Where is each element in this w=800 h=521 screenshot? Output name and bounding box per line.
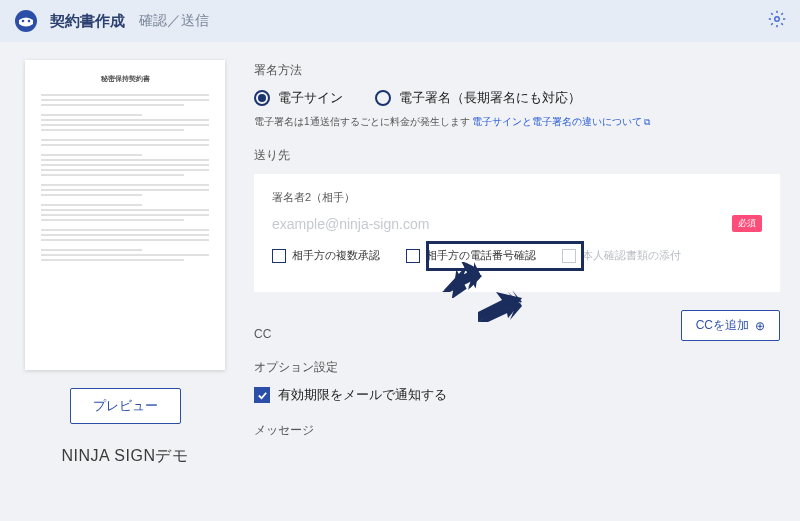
- radio-icon: [254, 90, 270, 106]
- radio-esign-label: 電子サイン: [278, 89, 343, 107]
- header-title: 契約書作成: [50, 12, 125, 31]
- arrow-pointer-icon: [442, 262, 482, 302]
- checkbox-multi-approve[interactable]: 相手方の複数承認: [272, 248, 380, 263]
- checkbox-icon: [272, 249, 286, 263]
- checkbox-id-attach-label: 本人確認書類の添付: [582, 248, 681, 263]
- email-field[interactable]: example@ninja-sign.com: [272, 216, 429, 232]
- recipient-box: 署名者2（相手） example@ninja-sign.com 必須 相手方の複…: [254, 174, 780, 292]
- brand-text: NINJA SIGNデモ: [62, 446, 189, 467]
- add-cc-button[interactable]: CCを追加 ⊕: [681, 310, 780, 341]
- checkbox-phone-verify[interactable]: 相手方の電話番号確認: [406, 248, 536, 263]
- option-notify-label: 有効期限をメールで通知する: [278, 386, 447, 404]
- svg-point-2: [28, 20, 31, 23]
- svg-point-3: [775, 17, 780, 22]
- cc-label: CC: [254, 327, 271, 341]
- document-thumbnail: 秘密保持契約書: [25, 60, 225, 370]
- help-link[interactable]: 電子サインと電子署名の違いについて: [472, 116, 642, 127]
- app-header: 契約書作成 確認／送信: [0, 0, 800, 42]
- arrow-icon: [442, 264, 480, 298]
- help-text: 電子署名は1通送信するごとに料金が発生します 電子サインと電子署名の違いについて…: [254, 115, 780, 129]
- checkbox-phone-verify-label: 相手方の電話番号確認: [426, 248, 536, 263]
- external-link-icon: ⧉: [644, 117, 650, 127]
- header-subtitle: 確認／送信: [139, 12, 209, 30]
- svg-marker-5: [442, 262, 480, 292]
- checkbox-multi-approve-label: 相手方の複数承認: [292, 248, 380, 263]
- settings-icon[interactable]: [768, 10, 786, 32]
- sign-method-label: 署名方法: [254, 62, 780, 79]
- svg-marker-6: [446, 264, 480, 290]
- radio-esignature-label: 電子署名（長期署名にも対応）: [399, 89, 581, 107]
- message-label: メッセージ: [254, 422, 780, 439]
- signer-label: 署名者2（相手）: [272, 190, 762, 205]
- preview-button[interactable]: プレビュー: [70, 388, 181, 424]
- checkbox-notify[interactable]: [254, 387, 270, 403]
- recipient-section-label: 送り先: [254, 147, 780, 164]
- app-logo: [14, 9, 38, 33]
- checkbox-id-attach[interactable]: 本人確認書類の添付: [562, 248, 681, 263]
- radio-icon: [375, 90, 391, 106]
- plus-icon: ⊕: [755, 319, 765, 333]
- radio-esign[interactable]: 電子サイン: [254, 89, 343, 107]
- svg-marker-4: [444, 262, 480, 290]
- checkbox-icon: [562, 249, 576, 263]
- radio-esignature[interactable]: 電子署名（長期署名にも対応）: [375, 89, 581, 107]
- required-badge: 必須: [732, 215, 762, 232]
- option-section-label: オプション設定: [254, 359, 780, 376]
- checkbox-icon: [406, 249, 420, 263]
- document-title: 秘密保持契約書: [41, 74, 209, 84]
- add-cc-label: CCを追加: [696, 317, 749, 334]
- svg-point-1: [22, 20, 25, 23]
